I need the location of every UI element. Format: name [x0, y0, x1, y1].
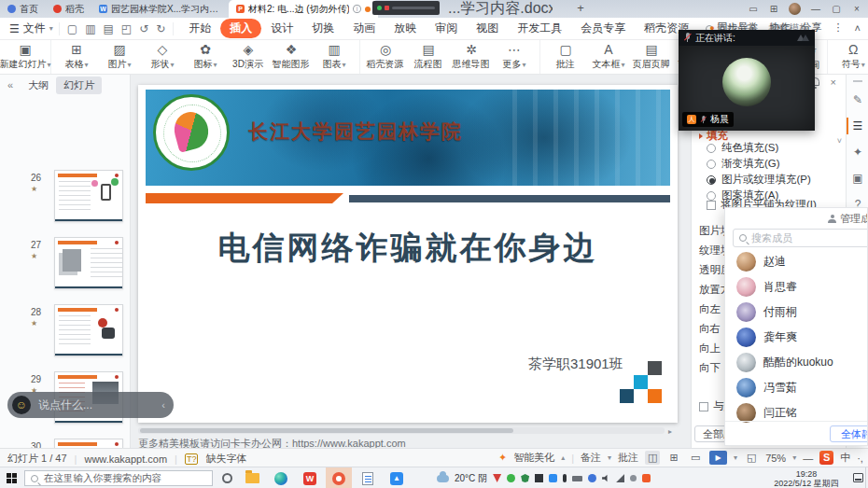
ribbon-tab[interactable]: 设计 [261, 19, 302, 38]
tray-icon[interactable] [493, 474, 501, 482]
toolbar-button[interactable]: ▨ 图片▾ [98, 40, 141, 74]
user-avatar[interactable] [789, 3, 801, 15]
toolbar-button[interactable]: ⋯ 更多▾ [493, 40, 536, 74]
comment-input-placeholder[interactable]: 说点什么... [38, 397, 154, 413]
participant-row[interactable]: 酷酷的kuokuo [725, 350, 868, 375]
missing-font-label[interactable]: 缺失字体 [205, 452, 246, 466]
object-properties-icon[interactable]: ☰ [847, 119, 868, 132]
toolbar-button[interactable]: ✲ 思维导图 [450, 40, 493, 74]
ribbon-tab[interactable]: 视图 [467, 19, 508, 38]
toolbar-button[interactable]: Ω 符号▾ [832, 40, 868, 74]
cortana-button[interactable] [222, 473, 232, 483]
toolbar-button[interactable]: ◇ 形状▾ [141, 40, 184, 74]
meeting-comment-bar[interactable]: ☺ 说点什么... ‹ [7, 392, 174, 418]
start-button[interactable] [7, 473, 17, 483]
fill-option-radio[interactable]: 渐变填充(G) [707, 156, 811, 172]
tab-outline[interactable]: 大纲 [21, 77, 56, 94]
ribbon-tab[interactable]: 会员专享 [571, 19, 635, 38]
toolbar-button[interactable]: ✿ 图标▾ [184, 40, 227, 74]
toolbar-button[interactable]: ❖ 智能图形 [270, 40, 313, 74]
emoji-icon[interactable]: ☺ [12, 396, 31, 414]
member-search-input[interactable]: 搜索成员 [733, 229, 868, 247]
manage-members-button[interactable]: 管理成员 [828, 212, 868, 226]
tab-document-writer[interactable]: W 园艺园林学院X...学习内容及通知 [91, 0, 229, 18]
pages-icon[interactable]: ▣ [847, 172, 868, 185]
zoom-level[interactable]: 75% [765, 453, 786, 464]
fill-option-radio[interactable]: 纯色填充(S) [707, 140, 811, 156]
mute-all-button[interactable]: 全体静音 [830, 425, 868, 442]
preview-icon[interactable]: ◰ [121, 22, 132, 35]
slide-title[interactable]: 电信网络诈骗就在你身边 [138, 227, 678, 270]
participant-row[interactable]: 付雨桐 [725, 300, 868, 325]
participant-row[interactable]: 龚年爽 [725, 325, 868, 350]
layout-mode-icon[interactable]: ▭ [748, 4, 759, 14]
slide-thumbnail[interactable] [54, 304, 123, 356]
sogou-ime-icon[interactable]: S [819, 451, 833, 465]
ribbon-tab[interactable]: 插入 [220, 19, 261, 38]
app-docs[interactable] [355, 467, 381, 488]
comments-button[interactable]: 批注 [618, 451, 638, 465]
app-wps-presentation-active[interactable] [326, 467, 352, 488]
fill-option-radio[interactable]: 图片或纹理填充(P) [707, 172, 811, 188]
slide-thumbnail[interactable] [54, 237, 123, 289]
slide-thumbnail[interactable] [54, 439, 123, 448]
toolbar-button[interactable]: ▢ 批注 [544, 40, 587, 74]
undo-icon[interactable]: ↺ [139, 22, 148, 35]
toolbar-button[interactable]: A 文本框▾ [587, 40, 630, 74]
ribbon-tab[interactable]: 放映 [385, 19, 426, 38]
minimize-button[interactable]: — [810, 4, 821, 14]
tray-icon[interactable] [588, 474, 596, 482]
participant-row[interactable]: 肖思睿 [725, 274, 868, 300]
tray-icon[interactable] [572, 476, 582, 481]
participant-row[interactable]: 冯雪茹 [725, 375, 868, 400]
file-menu[interactable]: ☰ 文件 ▾ [0, 21, 59, 36]
smart-beautify-icon[interactable]: ✦ [847, 146, 868, 159]
screen-share-indicator[interactable] [372, 1, 440, 15]
collapse-panel-icon[interactable]: « [0, 79, 21, 91]
app-wps[interactable]: W [297, 467, 323, 488]
tray-icon[interactable] [616, 474, 624, 482]
zoom-out-button[interactable]: — [803, 453, 813, 464]
slide-subtitle[interactable]: 茶学职31901班 [528, 356, 623, 373]
slide-thumbnail[interactable] [54, 170, 123, 222]
taskbar-search-input[interactable]: 在这里输入你要搜索的内容 [24, 470, 213, 486]
output-icon[interactable]: ▥ [85, 22, 95, 35]
smart-beautify-button[interactable]: 智能美化 [513, 451, 554, 465]
ribbon-tab[interactable]: 开始 [179, 19, 220, 38]
toolbar-button[interactable]: ◎ 稻壳资源 [364, 40, 407, 74]
tab-active-presentation[interactable]: P 材料2: 电...边 (切勿外传) i [229, 0, 378, 18]
tray-icon[interactable] [521, 474, 529, 482]
panel-close-icon[interactable]: × [831, 77, 836, 88]
close-button[interactable]: × [851, 4, 862, 14]
section-chevron-icon[interactable]: ˅ [837, 136, 842, 146]
redo-icon[interactable]: ↻ [156, 22, 165, 35]
toolbar-button[interactable]: ◈ 3D演示 [227, 40, 270, 74]
ribbon-tab[interactable]: 审阅 [426, 19, 467, 38]
sorter-view-icon[interactable]: ⊞ [666, 451, 681, 465]
multi-window-icon[interactable]: ⊞ [768, 4, 779, 14]
notes-button[interactable]: 备注 [581, 451, 601, 465]
reading-view-icon[interactable]: ▭ [688, 451, 703, 465]
app-file-explorer[interactable] [239, 467, 265, 488]
ribbon-tab[interactable]: 动画 [343, 19, 385, 38]
fit-slide-icon[interactable]: ◱ [744, 451, 759, 465]
scroll-right-arrow-icon[interactable]: ▸ [668, 427, 672, 436]
normal-view-icon[interactable]: ◫ [645, 451, 660, 465]
tray-icon[interactable] [535, 474, 543, 482]
tray-icon[interactable] [549, 474, 557, 482]
ime-punctuation-toggle[interactable]: ·, [857, 453, 863, 464]
toolbar-button[interactable]: ▤ 流程图 [407, 40, 450, 74]
participant-row[interactable]: 赵迪 [725, 249, 868, 274]
toolbar-button[interactable]: ⊞ 表格▾ [55, 40, 98, 74]
slide-editor[interactable]: 长江大学园艺园林学院 电信网络诈骗就在你身边 茶学职31901班 [138, 85, 678, 423]
slideshow-play-button[interactable]: ▶ [709, 451, 727, 465]
tray-icon[interactable] [563, 474, 567, 482]
app-edge[interactable] [268, 467, 294, 488]
format-brush-icon[interactable]: ✎ [847, 93, 868, 106]
collapse-ribbon-icon[interactable]: ˄ [855, 22, 861, 34]
ribbon-tab[interactable]: 切换 [302, 19, 343, 38]
new-slide-button[interactable]: ▣ 新建幻灯片▾ [4, 40, 47, 74]
tray-icon[interactable] [642, 474, 651, 482]
scrollbar-thumb[interactable] [140, 428, 513, 433]
print-icon[interactable]: ▤ [103, 22, 113, 35]
